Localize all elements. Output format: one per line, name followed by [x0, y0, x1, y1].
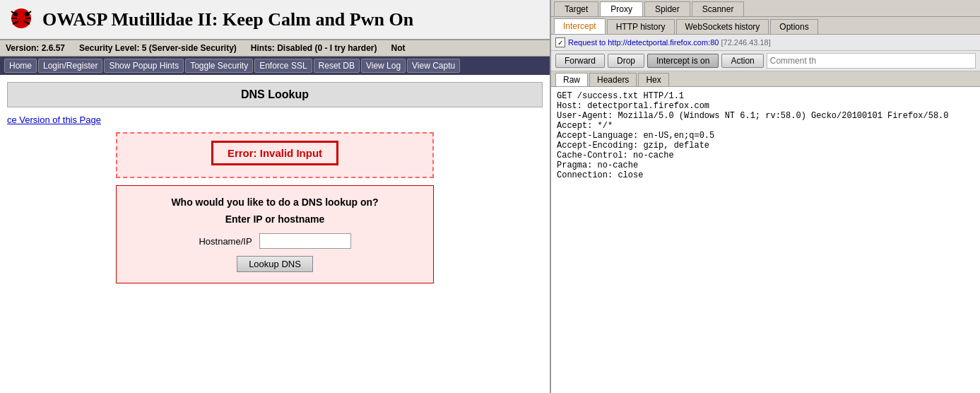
source-link[interactable]: ce Version of this Page	[7, 115, 543, 125]
intercept-on-button[interactable]: Intercept is on	[647, 54, 719, 68]
not-label: Not	[391, 43, 406, 53]
intercept-checkbox[interactable]: ✓	[555, 37, 565, 47]
nav-view-log[interactable]: View Log	[361, 59, 406, 73]
nav-bar: Home Login/Register Show Popup Hints Tog…	[0, 57, 550, 75]
comment-input[interactable]	[767, 53, 976, 69]
burp-top-tabs: Target Proxy Spider Scanner	[551, 0, 980, 17]
nav-enforce-ssl[interactable]: Enforce SSL	[254, 59, 312, 73]
hostname-input[interactable]	[259, 233, 351, 249]
tab-proxy[interactable]: Proxy	[600, 1, 643, 16]
nav-toggle-security[interactable]: Toggle Security	[185, 59, 253, 73]
tab-scanner[interactable]: Scanner	[692, 1, 745, 16]
tab-headers[interactable]: Headers	[589, 73, 637, 86]
error-inner: Error: Invalid Input	[211, 141, 338, 165]
subtab-options[interactable]: Options	[770, 19, 817, 34]
app-logo	[7, 4, 35, 35]
intercept-toolbar: ✓ Request to http://detectportal.firefox…	[551, 35, 980, 51]
request-label: Request to http://detectportal.firefox.c…	[568, 38, 771, 47]
tab-target[interactable]: Target	[554, 1, 598, 16]
nav-reset-db[interactable]: Reset DB	[314, 59, 360, 73]
nav-popup-hints[interactable]: Show Popup Hints	[104, 59, 184, 73]
hostname-label: Hostname/IP	[199, 236, 252, 247]
nav-login[interactable]: Login/Register	[38, 59, 102, 73]
forward-button[interactable]: Forward	[555, 54, 605, 68]
dns-instruction: Enter IP or hostname	[127, 213, 423, 225]
dns-form-box: Who would you like to do a DNS lookup on…	[116, 185, 434, 283]
page-title: DNS Lookup	[7, 82, 543, 107]
lookup-dns-button[interactable]: Lookup DNS	[237, 256, 313, 272]
subtab-http-history[interactable]: HTTP history	[607, 19, 675, 34]
request-body: GET /success.txt HTTP/1.1 Host: detectpo…	[551, 87, 980, 393]
error-box: Error: Invalid Input	[116, 132, 434, 178]
hostname-row: Hostname/IP	[127, 233, 423, 249]
security-label: Security Level: 5 (Server-side Security)	[79, 43, 237, 53]
action-button[interactable]: Action	[721, 54, 763, 68]
tab-hex[interactable]: Hex	[638, 73, 668, 86]
nav-view-capture[interactable]: View Captu	[407, 59, 460, 73]
info-bar: Version: 2.6.57 Security Level: 5 (Serve…	[0, 40, 550, 57]
subtab-websockets[interactable]: WebSockets history	[676, 19, 769, 34]
app-header: OWASP Mutillidae II: Keep Calm and Pwn O…	[0, 0, 550, 40]
drop-button[interactable]: Drop	[608, 54, 644, 68]
burp-panel: Target Proxy Spider Scanner Intercept HT…	[551, 0, 980, 393]
burp-subtabs: Intercept HTTP history WebSockets histor…	[551, 17, 980, 35]
version-label: Version: 2.6.57	[6, 43, 65, 53]
tab-raw[interactable]: Raw	[555, 73, 588, 86]
tab-spider[interactable]: Spider	[644, 1, 690, 16]
hints-label: Hints: Disabled (0 - I try harder)	[251, 43, 377, 53]
app-title: OWASP Mutillidae II: Keep Calm and Pwn O…	[42, 9, 413, 30]
page-content: DNS Lookup ce Version of this Page Error…	[0, 75, 550, 393]
raw-tabs: Raw Headers Hex	[551, 71, 980, 87]
nav-home[interactable]: Home	[4, 59, 37, 73]
subtab-intercept[interactable]: Intercept	[554, 18, 606, 34]
error-title: Error: Invalid Input	[228, 147, 322, 159]
action-toolbar: Forward Drop Intercept is on Action	[551, 51, 980, 71]
dns-question: Who would you like to do a DNS lookup on…	[127, 196, 423, 208]
